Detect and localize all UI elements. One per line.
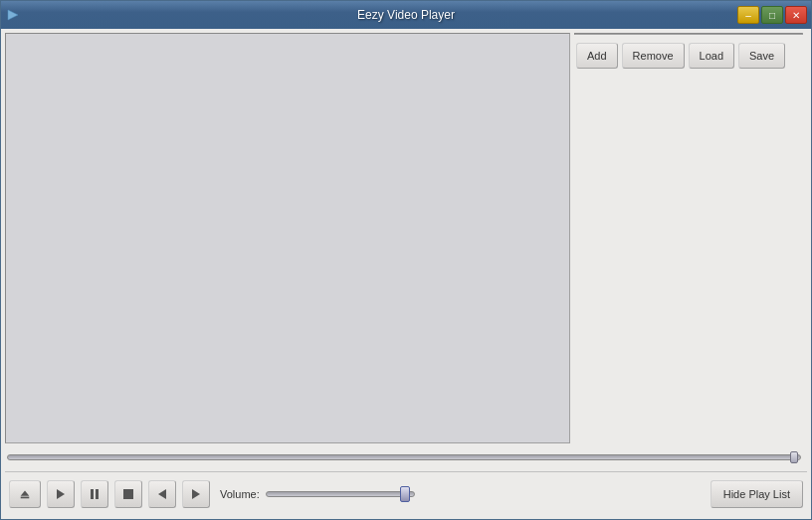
remove-button[interactable]: Remove [622,43,685,69]
volume-section: Volume: [220,488,415,500]
close-icon: ✕ [792,10,800,21]
load-button[interactable]: Load [689,43,734,69]
close-button[interactable]: ✕ [785,6,807,24]
main-content: Add Remove Load Save [1,29,811,519]
progress-thumb [790,451,798,463]
app-icon [5,7,21,23]
svg-rect-6 [123,489,133,499]
title-bar: Eezy Video Player – □ ✕ [1,1,811,29]
window-controls: – □ ✕ [737,6,807,24]
play-icon [55,488,67,500]
eject-button[interactable] [9,480,41,508]
next-icon [190,488,202,500]
right-panel: Add Remove Load Save [574,33,807,443]
svg-marker-8 [192,489,200,499]
previous-icon [156,488,168,500]
maximize-button[interactable]: □ [761,6,783,24]
hide-playlist-button[interactable]: Hide Play List [710,480,803,508]
volume-slider[interactable] [266,491,415,497]
play-button[interactable] [47,480,75,508]
playlist-area [574,33,803,35]
top-section: Add Remove Load Save [5,33,807,443]
pause-button[interactable] [81,480,108,508]
minimize-button[interactable]: – [737,6,759,24]
next-button[interactable] [182,480,210,508]
app-window: Eezy Video Player – □ ✕ Add Remove [0,0,812,520]
progress-track[interactable] [7,454,801,460]
minimize-icon: – [745,10,751,21]
svg-rect-4 [91,489,94,499]
playlist-buttons: Add Remove Load Save [574,39,807,73]
controls-area: Volume: Hide Play List [5,471,807,515]
svg-marker-7 [158,489,166,499]
pause-icon [89,488,101,500]
stop-icon [122,488,134,500]
video-display [5,33,570,443]
svg-marker-1 [21,490,30,495]
add-button[interactable]: Add [576,43,618,69]
previous-button[interactable] [148,480,176,508]
title-bar-left [5,7,21,23]
svg-marker-0 [8,10,18,20]
svg-marker-3 [57,489,65,499]
volume-label: Volume: [220,488,260,500]
eject-icon [19,488,31,500]
svg-rect-2 [21,496,30,498]
maximize-icon: □ [769,10,775,21]
window-title: Eezy Video Player [357,8,455,22]
svg-rect-5 [96,489,99,499]
volume-thumb [400,486,410,502]
save-button[interactable]: Save [738,43,785,69]
progress-area [5,447,807,467]
stop-button[interactable] [114,480,142,508]
